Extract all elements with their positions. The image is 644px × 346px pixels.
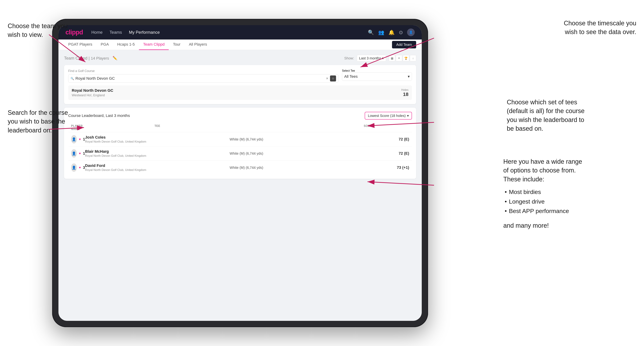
subnav-team-clippd[interactable]: Team Clippd xyxy=(139,39,169,50)
col-player: PLAYER NAME xyxy=(71,124,85,131)
settings-icon[interactable]: ⊙ xyxy=(399,29,403,35)
table-row: 👤 ♥ 1 Josh Coles Royal North Devon Golf … xyxy=(68,132,412,147)
leaderboard-header: Course Leaderboard, Last 3 months Lowest… xyxy=(68,112,412,120)
rank-number: 1 xyxy=(83,151,85,156)
heart-icon: ♥ xyxy=(79,138,81,141)
main-content: Team Clippd | 14 Players ✏️ Show: Last 3… xyxy=(58,50,422,184)
course-search-field: Find a Golf Course 🔍 ✕ ☆ xyxy=(68,69,338,83)
nav-home[interactable]: Home xyxy=(91,30,102,35)
player-club: Royal North Devon Golf Club, United King… xyxy=(85,168,230,172)
score-cell: 72 (E) xyxy=(374,137,409,142)
show-select[interactable]: Last 3 months ▾ xyxy=(357,55,386,61)
course-result-info: Royal North Devon GC Westward Ho!, Engla… xyxy=(72,88,113,97)
table-header: PLAYER NAME TEE SCORE xyxy=(68,123,412,132)
score-cell: 72 (E) xyxy=(374,151,409,156)
tablet-shell: clippd Home Teams My Performance 🔍 👥 🔔 ⊙… xyxy=(52,19,428,327)
team-header-right: Show: Last 3 months ▾ ▦ ≡ 🏆 ↓ xyxy=(344,55,416,61)
score-cell: 73 (+1) xyxy=(374,165,409,170)
rank-number: 3 xyxy=(83,165,85,170)
leaderboard-title: Course Leaderboard, Last 3 months xyxy=(68,113,130,118)
search-icon: 🔍 xyxy=(70,77,74,80)
player-avatar: 👤 xyxy=(71,135,77,144)
leaderboard-table: PLAYER NAME TEE SCORE 👤 ♥ 1 Josh xyxy=(68,123,412,174)
player-name: Blair McHarg xyxy=(85,149,230,154)
table-row: 👤 ♥ 3 David Ford Royal North Devon Golf … xyxy=(68,161,412,174)
tee-select[interactable]: All Tees ▾ xyxy=(342,72,412,81)
nav-my-performance[interactable]: My Performance xyxy=(129,30,160,35)
show-label: Show: xyxy=(344,56,354,60)
table-row: 👤 ♥ 1 Blair McHarg Royal North Devon Gol… xyxy=(68,147,412,161)
annotation-top-right: Choose the timescale you wish to see the… xyxy=(517,19,636,36)
avatar[interactable]: 👤 xyxy=(407,28,415,36)
score-type-select[interactable]: Lowest Score (18 holes) ▾ xyxy=(365,112,412,120)
tee-cell: White (M) (6,744 yds) xyxy=(230,152,374,156)
tee-select-field: Select Tee All Tees ▾ xyxy=(342,69,412,83)
team-header: Team Clippd | 14 Players ✏️ Show: Last 3… xyxy=(64,55,416,61)
people-icon[interactable]: 👥 xyxy=(378,29,384,35)
app-logo: clippd xyxy=(66,29,83,36)
list-view-button[interactable]: ≡ xyxy=(396,55,402,61)
trophy-view-button[interactable]: 🏆 xyxy=(403,55,409,61)
course-search-input-wrap: 🔍 ✕ ☆ xyxy=(68,74,338,83)
options-list: Most birdies Longest drive Best APP perf… xyxy=(503,187,636,216)
navbar: clippd Home Teams My Performance 🔍 👥 🔔 ⊙… xyxy=(58,25,422,39)
navbar-actions: 🔍 👥 🔔 ⊙ 👤 xyxy=(368,28,415,36)
course-name: Royal North Devon GC xyxy=(72,88,113,93)
subnav-pgat-players[interactable]: PGAT Players xyxy=(64,39,96,50)
heart-icon: ♥ xyxy=(79,152,81,155)
subnav-all-players[interactable]: All Players xyxy=(184,39,211,50)
find-course-label: Find a Golf Course xyxy=(68,69,338,73)
course-location: Westward Ho!, England xyxy=(72,93,113,97)
course-result: Royal North Devon GC Westward Ho!, Engla… xyxy=(68,85,412,100)
col-tee: TEE xyxy=(85,124,230,131)
option-1: Most birdies xyxy=(503,187,636,197)
annotation-mid-left: Search for the course you wish to base t… xyxy=(8,108,68,135)
col-score: SCORE xyxy=(230,124,374,131)
tablet-screen: clippd Home Teams My Performance 🔍 👥 🔔 ⊙… xyxy=(58,25,422,321)
navbar-nav: Home Teams My Performance xyxy=(91,30,360,35)
subnav-hcaps[interactable]: Hcaps 1-5 xyxy=(113,39,139,50)
select-tee-label: Select Tee xyxy=(342,69,355,72)
option-3: Best APP performance xyxy=(503,206,636,216)
search-icon[interactable]: 🔍 xyxy=(368,29,374,35)
clear-search-button[interactable]: ✕ xyxy=(326,77,328,80)
rank-number: 1 xyxy=(83,137,85,142)
team-title: Team Clippd | 14 Players xyxy=(64,56,109,61)
player-club: Royal North Devon Golf Club, United King… xyxy=(85,140,230,144)
tee-cell: White (M) (6,744 yds) xyxy=(230,137,374,141)
subnav-pga[interactable]: PGA xyxy=(96,39,113,50)
option-2: Longest drive xyxy=(503,197,636,206)
holes-number: 18 xyxy=(401,92,408,97)
favorite-button[interactable]: ☆ xyxy=(330,75,336,82)
grid-view-button[interactable]: ▦ xyxy=(389,55,395,61)
team-edit-icon[interactable]: ✏️ xyxy=(112,56,117,60)
annotation-top-left: Choose the team you wish to view. xyxy=(8,22,68,39)
leaderboard-card: Course Leaderboard, Last 3 months Lowest… xyxy=(64,108,416,179)
annotation-mid-right: Choose which set of tees (default is all… xyxy=(507,98,636,133)
player-info: Blair McHarg Royal North Devon Golf Club… xyxy=(85,149,230,158)
view-icons: ▦ ≡ 🏆 ↓ xyxy=(389,55,416,61)
add-team-button[interactable]: Add Team xyxy=(392,41,416,48)
nav-teams[interactable]: Teams xyxy=(110,30,122,35)
player-avatar: 👤 xyxy=(71,149,77,158)
rank-cell: 👤 ♥ 3 xyxy=(71,163,85,172)
tee-cell: White (M) (6,744 yds) xyxy=(230,166,374,170)
player-avatar: 👤 xyxy=(71,163,77,172)
rank-cell: 👤 ♥ 1 xyxy=(71,135,85,144)
subnav-tour[interactable]: Tour xyxy=(169,39,184,50)
heart-icon: ♥ xyxy=(79,166,81,170)
download-button[interactable]: ↓ xyxy=(410,55,416,61)
search-card: Find a Golf Course 🔍 ✕ ☆ Select Tee All … xyxy=(64,65,416,104)
annotation-bottom-right: Here you have a wide range of options to… xyxy=(503,157,636,230)
player-info: Josh Coles Royal North Devon Golf Club, … xyxy=(85,135,230,144)
course-search-input[interactable] xyxy=(76,76,324,81)
footer-text: and many more! xyxy=(503,221,636,230)
rank-cell: 👤 ♥ 1 xyxy=(71,149,85,158)
subnav: PGAT Players PGA Hcaps 1-5 Team Clippd T… xyxy=(58,39,422,50)
course-holes: Holes 18 xyxy=(401,88,408,97)
player-info: David Ford Royal North Devon Golf Club, … xyxy=(85,163,230,172)
notification-icon[interactable]: 🔔 xyxy=(388,29,394,35)
search-row: Find a Golf Course 🔍 ✕ ☆ Select Tee All … xyxy=(68,69,412,83)
player-club: Royal North Devon Golf Club, United King… xyxy=(85,154,230,158)
player-name: Josh Coles xyxy=(85,135,230,140)
